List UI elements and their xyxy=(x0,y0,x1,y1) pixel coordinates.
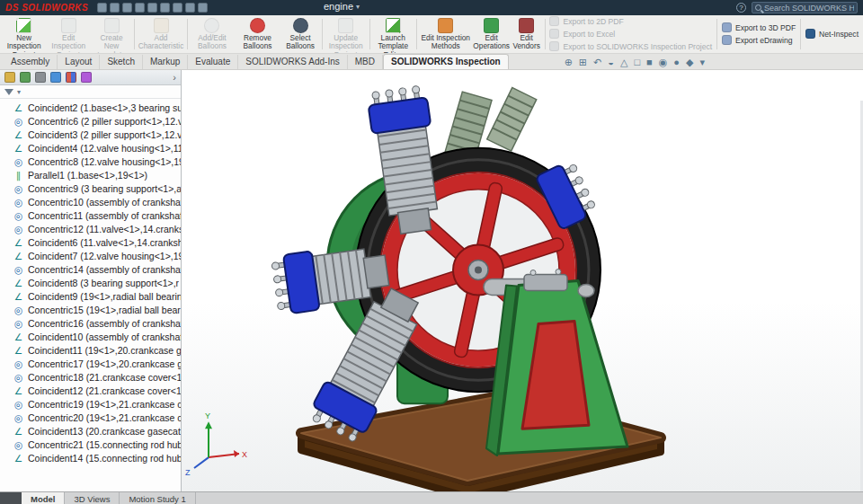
add-characteristic-button[interactable]: Add Characteristic xyxy=(137,16,186,52)
apply-scene-icon[interactable]: ◆ xyxy=(686,57,693,67)
mate-tree-item[interactable]: ◎Concentric19 (19<1>,21.crankcase c xyxy=(13,397,181,411)
document-title-text: engine xyxy=(324,1,353,12)
tab-markup[interactable]: Markup xyxy=(143,55,188,69)
tab-mbd[interactable]: MBD xyxy=(348,55,383,69)
mate-tree-item[interactable]: ◎Concentric20 (19<1>,21.crankcase c xyxy=(13,411,181,424)
open-icon[interactable] xyxy=(110,3,120,13)
tab-3d-views[interactable]: 3D Views xyxy=(65,492,120,504)
tab-model[interactable]: Model xyxy=(22,492,65,504)
view-orientation-icon[interactable]: □ xyxy=(634,57,640,67)
edit-operations-button[interactable]: Edit Operations xyxy=(474,16,510,52)
zoom-fit-icon[interactable]: ⊕ xyxy=(565,57,573,67)
mate-tree-item[interactable]: ◎Concentric14 (assembly of crankshaf xyxy=(13,262,181,276)
mate-tree-item[interactable]: ◎Concentric16 (assembly of crankshaf xyxy=(13,316,181,330)
mate-tree-item[interactable]: ◎Concentric21 (15.connecting rod hub xyxy=(13,438,181,451)
launch-template-editor-button[interactable]: Launch Template Editor xyxy=(371,16,414,52)
ribbon-button-label: Export eDrawing xyxy=(735,36,793,45)
engine-model: XYZ xyxy=(182,70,863,491)
dimxpertmanager-icon[interactable] xyxy=(50,72,61,83)
mate-tree-item[interactable]: ∠Coincident14 (15.connecting rod hub xyxy=(13,451,181,464)
mate-label: Coincident10 (assembly of crankshaf xyxy=(28,332,181,342)
mate-tree-item[interactable]: ∠Coincident12 (21.crankcase cover<1 xyxy=(13,384,181,397)
concentric-mate-icon: ◎ xyxy=(13,197,24,208)
export-swi-project-button[interactable]: Export to SOLIDWORKS Inspection Project xyxy=(547,40,715,52)
concentric-mate-icon: ◎ xyxy=(13,156,24,167)
mate-tree-item[interactable]: ∠Coincident11 (19<1>,20.crankcase g xyxy=(13,343,181,357)
export-3d-pdf-button[interactable]: Export to 3D PDF xyxy=(719,22,798,34)
featuremanager-tree-icon[interactable] xyxy=(4,72,15,83)
edit-inspection-methods-button[interactable]: Edit Inspection Methods xyxy=(419,16,473,52)
filter-icon[interactable] xyxy=(4,89,13,95)
mate-tree-item[interactable]: ∠Coincident3 (2 piller support<1>,12.v xyxy=(13,128,181,141)
inspection-tab-icon[interactable] xyxy=(81,72,92,83)
mate-tree-item[interactable]: ∠Coincident4 (12.valve housing<1>,11 xyxy=(13,141,181,155)
mate-tree-item[interactable]: ◎Concentric10 (assembly of crankshaf xyxy=(13,195,181,208)
panel-flyout-arrow-icon[interactable]: › xyxy=(173,72,176,83)
mate-tree-item[interactable]: ◎Concentric8 (12.valve housing<1>,19 xyxy=(13,155,181,168)
mate-tree-item[interactable]: ∠Coincident9 (19<1>,radial ball bearin xyxy=(13,289,181,303)
annotation-visibility-icon[interactable]: △ xyxy=(620,57,627,67)
rebuild-icon[interactable] xyxy=(173,3,182,13)
net-inspect-button[interactable]: Net-Inspect xyxy=(803,29,861,40)
mate-tree-item[interactable]: ∠Coincident6 (11.valve<1>,14.cranksh xyxy=(13,235,181,249)
viewport-3d[interactable]: XYZ xyxy=(182,70,863,491)
ribbon-button-label: Edit Inspection Project xyxy=(49,34,88,54)
tab-solidworks-add-ins[interactable]: SOLIDWORKS Add-Ins xyxy=(238,55,347,69)
search-input[interactable] xyxy=(764,4,854,13)
tab-layout[interactable]: Layout xyxy=(58,55,100,69)
mate-tree-item[interactable]: ◎Concentric11 (assembly of crankshaf xyxy=(13,208,181,222)
mate-tree-item[interactable]: ∥Parallel1 (1.base<1>,19<1>) xyxy=(13,168,181,181)
section-view-icon[interactable]: ◒ xyxy=(608,57,614,67)
export-2d-pdf-button[interactable]: Export to 2D PDF xyxy=(547,16,715,28)
displaymanager-icon[interactable] xyxy=(66,72,76,83)
mate-tree-item[interactable]: ◎Concentric9 (3 bearing support<1>,a xyxy=(13,181,181,195)
display-style-icon[interactable]: ■ xyxy=(646,57,653,67)
mate-tree-item[interactable]: ∠Coincident10 (assembly of crankshaf xyxy=(13,330,181,343)
mate-tree-item[interactable]: ◎Concentric12 (11.valve<1>,14.cranks xyxy=(13,222,181,235)
previous-view-icon[interactable]: ↶ xyxy=(593,57,601,67)
select-balloons-button[interactable]: Select Balloons xyxy=(280,16,320,52)
document-menu-caret-icon[interactable]: ▾ xyxy=(356,3,360,11)
remove-balloons-button[interactable]: Remove Balloons xyxy=(236,16,280,52)
mate-tree-item[interactable]: ∠Coincident7 (12.valve housing<1>,19 xyxy=(13,249,181,262)
file-properties-icon[interactable] xyxy=(185,3,195,13)
print-icon[interactable] xyxy=(135,3,145,13)
concentric-mate-icon: ◎ xyxy=(13,264,24,275)
mate-tree-item[interactable]: ◎Concentric18 (21.crankcase cover<1 xyxy=(13,370,181,384)
undo-icon[interactable] xyxy=(147,3,157,13)
export-excel-button[interactable]: Export to Excel xyxy=(547,29,715,40)
edit-appearance-icon[interactable]: ● xyxy=(673,57,680,67)
tab-solidworks-inspection[interactable]: SOLIDWORKS Inspection xyxy=(383,54,509,69)
mate-tree-item[interactable]: ∠Coincident13 (20.crankcase gasecat xyxy=(13,424,181,438)
mate-tree-item[interactable]: ∠Coincident2 (1.base<1>,3 bearing su xyxy=(13,101,181,114)
mate-tree-item[interactable]: ◎Concentric17 (19<1>,20.crankcase g xyxy=(13,357,181,370)
edit-inspection-project-button[interactable]: Edit Inspection Project xyxy=(47,16,90,52)
create-new-template-button[interactable]: Create New template xyxy=(91,16,132,52)
new-document-icon[interactable] xyxy=(97,3,107,13)
configurationmanager-icon[interactable] xyxy=(35,72,46,83)
edit-vendors-button[interactable]: Edit Vendors xyxy=(511,16,543,52)
mate-tree-item[interactable]: ∠Coincident8 (3 bearing support<1>,r xyxy=(13,276,181,289)
options-icon[interactable] xyxy=(198,3,208,13)
mate-tree-item[interactable]: ◎Concentric15 (19<1>,radial ball bear xyxy=(13,303,181,316)
hide-show-items-icon[interactable]: ◉ xyxy=(659,57,668,67)
help-icon[interactable]: ? xyxy=(736,3,746,13)
tab-sketch[interactable]: Sketch xyxy=(100,55,143,69)
mate-tree-item[interactable]: ◎Concentric6 (2 piller support<1>,12.v xyxy=(13,114,181,128)
update-inspection-project-button[interactable]: Update Inspection Project xyxy=(325,16,368,52)
save-icon[interactable] xyxy=(122,3,132,13)
tab-assembly[interactable]: Assembly xyxy=(4,55,58,69)
add-edit-balloons-button[interactable]: Add/Edit Balloons xyxy=(190,16,235,52)
mate-label: Coincident4 (12.valve housing<1>,11 xyxy=(28,143,181,154)
ribbon-group: New Inspection ProjectEdit Inspection Pr… xyxy=(2,16,132,52)
select-balloons-icon xyxy=(293,18,308,33)
new-inspection-project-button[interactable]: New Inspection Project xyxy=(2,16,46,52)
redo-icon[interactable] xyxy=(160,3,170,13)
filter-caret-icon[interactable]: ▾ xyxy=(17,88,21,96)
tab-evaluate[interactable]: Evaluate xyxy=(188,55,238,69)
view-settings-icon[interactable]: ▾ xyxy=(699,57,705,67)
zoom-area-icon[interactable]: ⊞ xyxy=(579,57,587,67)
propertymanager-icon[interactable] xyxy=(20,72,31,83)
tab-motion-study-1[interactable]: Motion Study 1 xyxy=(120,492,195,504)
export-edrawing-button[interactable]: Export eDrawing xyxy=(719,35,798,47)
